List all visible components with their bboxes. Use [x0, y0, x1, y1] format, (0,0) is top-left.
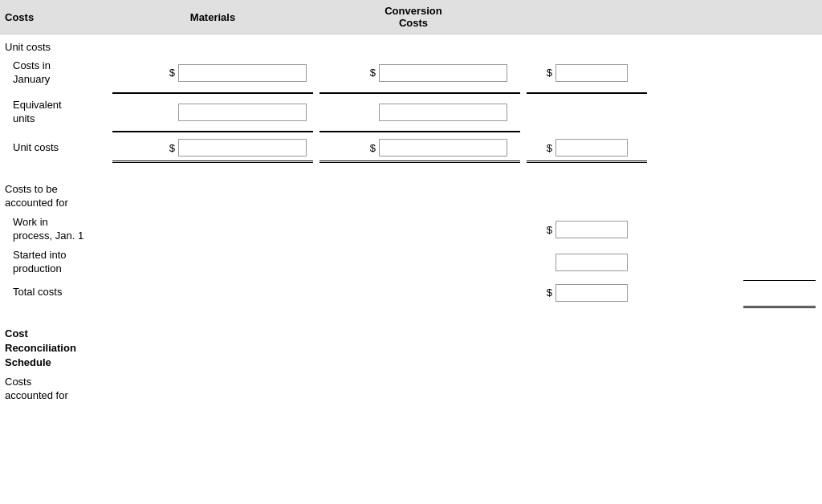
dollar-sign-5: $	[370, 142, 376, 154]
unit-costs-total-input[interactable]	[555, 139, 628, 156]
costs-accounted-for-row: Costs accounted for	[0, 372, 822, 405]
equivalent-units-conversion-input[interactable]	[379, 104, 507, 121]
section-gap-2	[0, 308, 822, 324]
total-costs-row: Total costs $	[0, 281, 822, 304]
section-gap-1	[0, 165, 822, 181]
double-ul-total-costs	[743, 306, 816, 308]
unit-costs-total-cell: $	[514, 139, 634, 156]
unit-costs-materials-input[interactable]	[178, 139, 307, 156]
costs-in-january-materials-cell: $	[112, 64, 313, 82]
unit-costs-conversion-input[interactable]	[379, 139, 507, 156]
unit-costs-row: Unit costs $ $ $	[0, 134, 822, 159]
underline-conv-2	[319, 129, 520, 132]
started-into-production-row: Started into production	[0, 246, 822, 278]
double-ul-total	[527, 161, 647, 163]
dollar-sign-1: $	[169, 67, 175, 79]
cost-reconciliation-label: Cost Reconciliation Schedule	[0, 327, 112, 371]
costs-in-january-materials-input[interactable]	[178, 64, 307, 82]
work-in-process-label: Work in process, Jan. 1	[0, 216, 112, 243]
equivalent-units-row: Equivalent units	[0, 96, 822, 128]
costs-in-january-row: Costs in January $ $ $	[0, 57, 822, 89]
unit-costs-row-label: Unit costs	[0, 141, 112, 155]
work-in-process-row: Work in process, Jan. 1 $	[0, 213, 822, 246]
total-costs-label: Total costs	[0, 286, 112, 299]
costs-in-january-total-cell: $	[514, 64, 634, 82]
costs-to-be-label: Costs to be accounted for	[0, 183, 112, 210]
costs-to-be-section-label: Costs to be accounted for	[0, 181, 822, 213]
header-total	[514, 11, 634, 23]
unit-costs-section-label: Unit costs	[0, 35, 822, 57]
started-into-production-label: Started into production	[0, 249, 112, 276]
underline-costs-january	[0, 89, 822, 96]
started-production-total-cell	[514, 254, 634, 271]
dollar-sign-4: $	[169, 142, 175, 154]
double-ul-conv	[319, 161, 520, 163]
table-header: Costs Materials Conversion Costs	[0, 0, 822, 35]
materials-header-text: Materials	[190, 11, 235, 23]
costs-accounted-for-label: Costs accounted for	[0, 376, 112, 403]
header-costs-label: Costs	[0, 11, 112, 23]
total-costs-total-cell: $	[514, 284, 634, 302]
equivalent-units-label: Equivalent units	[0, 99, 112, 126]
double-ul-mat	[112, 161, 313, 163]
header-conversion: Conversion Costs	[313, 5, 514, 29]
dollar-sign-6: $	[547, 142, 552, 154]
dollar-sign-8: $	[547, 287, 552, 299]
dollar-sign-2: $	[370, 67, 376, 79]
unit-costs-conversion-cell: $	[313, 139, 514, 156]
work-in-process-total-cell: $	[514, 221, 634, 238]
underline-conv-1	[319, 91, 520, 94]
underline-mat-2	[112, 129, 313, 132]
unit-costs-materials-cell: $	[112, 139, 313, 156]
costs-header-text: Costs	[5, 11, 34, 23]
total-header-text	[572, 11, 576, 23]
total-costs-total-input[interactable]	[555, 284, 628, 302]
underline-equivalent-units	[0, 128, 822, 134]
equivalent-units-materials-input[interactable]	[178, 104, 307, 121]
underline-total-1	[527, 91, 647, 94]
cost-reconciliation-row: Cost Reconciliation Schedule	[0, 324, 822, 373]
conversion-line1: Conversion	[313, 5, 514, 17]
unit-costs-label: Unit costs	[0, 41, 112, 55]
conversion-line2: Costs	[313, 17, 514, 29]
equivalent-units-conversion-cell	[313, 104, 514, 121]
underline-started-prod-line	[743, 280, 816, 281]
dollar-sign-7: $	[547, 224, 552, 236]
double-underline-unit-costs	[0, 159, 822, 165]
work-in-process-total-input[interactable]	[555, 221, 628, 238]
costs-in-january-label: Costs in January	[0, 59, 112, 87]
started-production-total-input[interactable]	[555, 254, 628, 271]
equivalent-units-materials-cell	[112, 104, 313, 121]
costs-in-january-conversion-input[interactable]	[379, 64, 507, 82]
costs-in-january-total-input[interactable]	[555, 64, 628, 82]
header-materials: Materials	[112, 11, 313, 23]
dollar-sign-3: $	[547, 67, 552, 79]
costs-in-january-conversion-cell: $	[313, 64, 514, 82]
underline-mat-1	[112, 91, 313, 94]
